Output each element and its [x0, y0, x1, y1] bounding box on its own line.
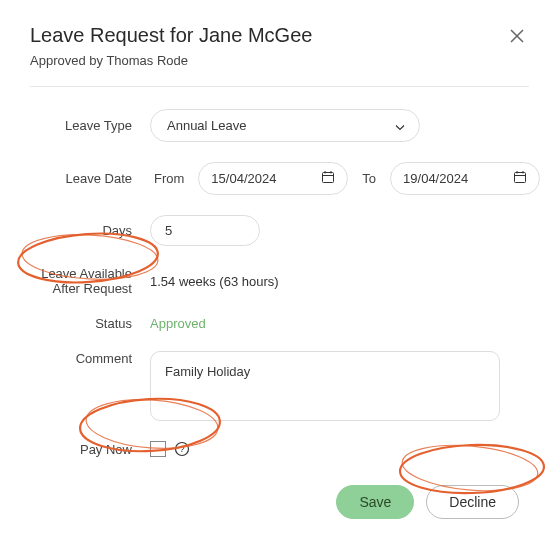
status-label: Status [30, 316, 150, 331]
divider [30, 86, 529, 87]
decline-button[interactable]: Decline [426, 485, 519, 519]
leave-type-value: Annual Leave [167, 118, 247, 133]
pay-now-label: Pay Now [30, 442, 150, 457]
leave-available-label: Leave AvailableAfter Request [30, 266, 150, 296]
date-from-value: 15/04/2024 [211, 171, 276, 186]
days-input[interactable]: 5 [150, 215, 260, 246]
comment-textarea[interactable]: Family Holiday [150, 351, 500, 421]
close-button[interactable] [505, 24, 529, 51]
approved-by-text: Approved by Thomas Rode [30, 53, 312, 68]
date-to-value: 19/04/2024 [403, 171, 468, 186]
pay-now-checkbox[interactable] [150, 441, 166, 457]
leave-date-label: Leave Date [30, 171, 150, 186]
leave-type-label: Leave Type [30, 118, 150, 133]
save-button[interactable]: Save [336, 485, 414, 519]
status-value: Approved [150, 316, 206, 331]
days-label: Days [30, 223, 150, 238]
days-value: 5 [165, 223, 172, 238]
leave-available-value: 1.54 weeks (63 hours) [150, 274, 279, 289]
calendar-icon [513, 170, 527, 187]
chevron-down-icon [395, 118, 405, 133]
svg-text:?: ? [179, 444, 184, 454]
from-label: From [154, 171, 184, 186]
help-icon[interactable]: ? [174, 441, 190, 457]
calendar-icon [321, 170, 335, 187]
close-icon [509, 32, 525, 47]
date-to-input[interactable]: 19/04/2024 [390, 162, 540, 195]
leave-type-select[interactable]: Annual Leave [150, 109, 420, 142]
svg-rect-0 [323, 173, 334, 183]
modal-title: Leave Request for Jane McGee [30, 24, 312, 47]
comment-label: Comment [30, 351, 150, 366]
svg-rect-4 [515, 173, 526, 183]
date-from-input[interactable]: 15/04/2024 [198, 162, 348, 195]
comment-value: Family Holiday [165, 364, 250, 379]
to-label: To [362, 171, 376, 186]
